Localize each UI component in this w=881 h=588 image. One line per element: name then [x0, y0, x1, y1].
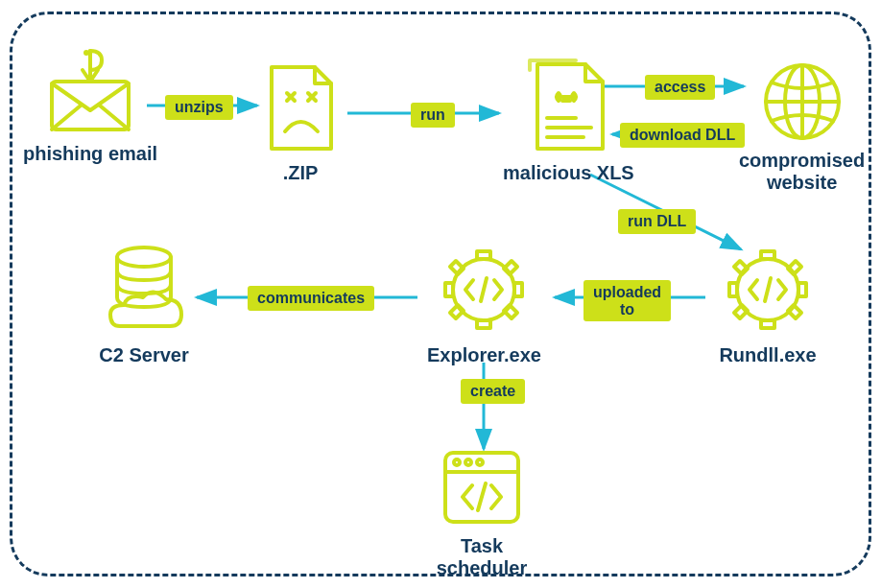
node-website: compromised website [739, 58, 865, 194]
xls-label: malicious XLS [503, 162, 634, 184]
phishing-email-icon [33, 43, 148, 139]
zip-icon [252, 53, 348, 158]
node-c2: C2 Server [91, 240, 197, 366]
c2-label: C2 Server [99, 344, 188, 366]
node-phishing-email: phishing email [23, 43, 157, 165]
website-label: compromised website [739, 150, 865, 194]
svg-line-25 [765, 278, 771, 301]
node-task: Task scheduler [432, 443, 532, 579]
server-cloud-icon [91, 240, 197, 341]
svg-point-33 [477, 459, 483, 465]
edge-download: download DLL [620, 123, 745, 148]
edge-create: create [461, 379, 525, 404]
svg-point-31 [454, 459, 460, 465]
svg-point-28 [117, 247, 171, 267]
node-zip: .ZIP [252, 53, 348, 184]
svg-point-10 [83, 50, 89, 56]
task-label: Task scheduler [437, 535, 527, 579]
explorer-label: Explorer.exe [427, 344, 541, 366]
phishing-email-label: phishing email [23, 143, 157, 165]
node-xls: malicious XLS [503, 53, 634, 184]
task-scheduler-icon [432, 443, 532, 531]
rundll-label: Rundll.exe [719, 344, 816, 366]
edge-unzips: unzips [165, 95, 233, 120]
gear-code-icon-rundll [715, 240, 821, 341]
edge-communicates: communicates [248, 286, 374, 311]
edge-rundll: run DLL [618, 209, 696, 234]
xls-icon [516, 53, 620, 158]
svg-line-34 [478, 483, 486, 510]
edge-run: run [411, 103, 455, 128]
globe-icon [754, 58, 850, 146]
node-rundll: Rundll.exe [715, 240, 821, 366]
edge-uploaded: uploaded to [583, 280, 671, 321]
svg-point-32 [465, 459, 471, 465]
svg-line-27 [481, 278, 487, 301]
zip-label: .ZIP [283, 162, 319, 184]
node-explorer: Explorer.exe [427, 240, 541, 366]
edge-access: access [645, 75, 715, 100]
gear-code-icon-explorer [431, 240, 536, 341]
